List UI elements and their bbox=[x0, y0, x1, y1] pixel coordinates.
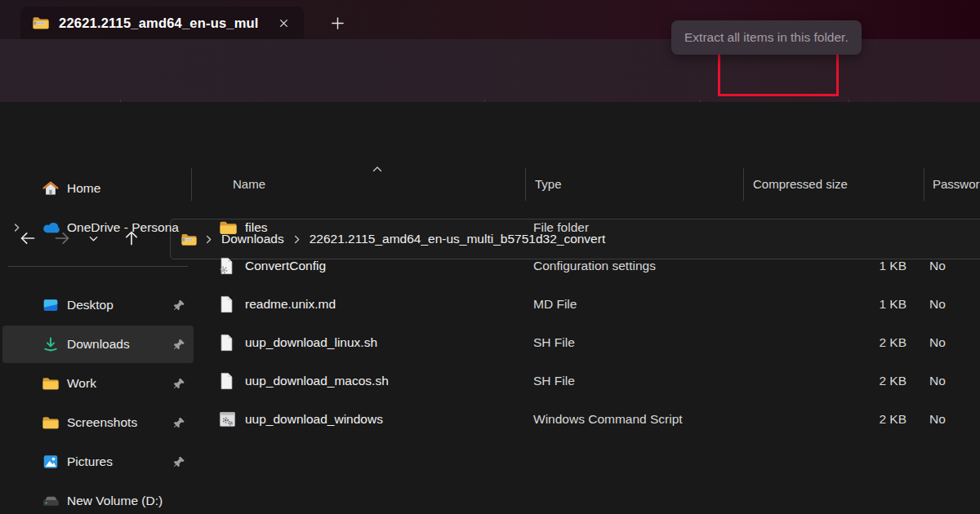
file-type: SH File bbox=[533, 374, 575, 388]
file-name: files bbox=[245, 220, 268, 235]
tooltip-text: Extract all items in this folder. bbox=[684, 30, 849, 45]
sidebar: Home OneDrive - Persona Desktop bbox=[0, 159, 196, 514]
navigation-bar: Downloads 22621.2115_amd64_en-us_multi_b… bbox=[0, 102, 980, 159]
downloads-icon bbox=[42, 335, 60, 353]
file-type: SH File bbox=[533, 335, 575, 350]
column-divider bbox=[191, 168, 192, 201]
sidebar-item-label: OneDrive - Persona bbox=[67, 220, 179, 235]
file-name: readme.unix.md bbox=[245, 297, 336, 312]
sidebar-item-label: Desktop bbox=[67, 298, 114, 312]
file-compressed-size: 1 KB bbox=[768, 259, 906, 273]
column-divider[interactable] bbox=[525, 168, 526, 201]
file-password-protected: No bbox=[929, 412, 946, 427]
file-name: uup_download_linux.sh bbox=[245, 335, 377, 350]
plus-icon bbox=[330, 16, 345, 31]
file-icon bbox=[219, 372, 234, 390]
sidebar-item-label: Work bbox=[67, 376, 96, 391]
sidebar-item-label: Screenshots bbox=[67, 415, 137, 430]
onedrive-icon bbox=[42, 221, 61, 234]
sidebar-item-label: Downloads bbox=[67, 337, 130, 352]
sidebar-item-label: Home bbox=[67, 181, 100, 196]
file-row-convertconfig[interactable]: ConvertConfig Configuration settings 1 K… bbox=[196, 246, 980, 285]
file-list-header: Name Type Compressed size Password prote… bbox=[196, 166, 980, 203]
cmd-file-icon bbox=[219, 411, 236, 428]
column-divider[interactable] bbox=[743, 168, 744, 201]
file-row-windows-cmd[interactable]: uup_download_windows Windows Command Scr… bbox=[196, 400, 980, 438]
file-password-protected: No bbox=[929, 374, 946, 388]
sidebar-item-work[interactable]: Work bbox=[0, 364, 196, 403]
sidebar-item-downloads[interactable]: Downloads bbox=[0, 325, 196, 364]
sidebar-item-new-volume-d[interactable]: New Volume (D:) bbox=[0, 481, 196, 514]
column-header-password-protected[interactable]: Password protected bbox=[933, 177, 980, 191]
file-icon bbox=[219, 295, 234, 313]
zip-folder-icon bbox=[32, 16, 50, 30]
config-file-icon bbox=[219, 257, 234, 275]
pin-icon bbox=[173, 456, 185, 468]
file-row-macos-sh[interactable]: uup_download_macos.sh SH File 2 KB No bbox=[196, 361, 980, 400]
tab-close-button[interactable] bbox=[273, 12, 294, 33]
pin-icon bbox=[173, 378, 185, 390]
file-compressed-size: 2 KB bbox=[768, 335, 906, 350]
sidebar-item-label: New Volume (D:) bbox=[67, 494, 163, 508]
file-type: Windows Command Script bbox=[533, 412, 683, 427]
sidebar-item-onedrive[interactable]: OneDrive - Persona bbox=[0, 208, 196, 247]
folder-icon bbox=[42, 376, 60, 391]
new-tab-button[interactable] bbox=[327, 12, 348, 33]
pin-icon bbox=[173, 417, 185, 429]
column-header-compressed-size[interactable]: Compressed size bbox=[753, 177, 848, 191]
close-icon bbox=[277, 16, 291, 30]
pin-icon bbox=[173, 299, 185, 312]
column-header-type[interactable]: Type bbox=[535, 177, 562, 191]
sidebar-item-home[interactable]: Home bbox=[0, 169, 196, 208]
chevron-right-icon[interactable] bbox=[11, 223, 22, 233]
file-password-protected: No bbox=[929, 259, 946, 273]
column-divider[interactable] bbox=[924, 168, 924, 201]
file-type: Configuration settings bbox=[533, 259, 656, 273]
file-compressed-size: 1 KB bbox=[768, 297, 906, 312]
file-type: File folder bbox=[533, 220, 589, 235]
sort-ascending-icon bbox=[372, 166, 383, 173]
file-name: uup_download_macos.sh bbox=[245, 374, 389, 388]
tab-title: 22621.2115_amd64_en-us_mul bbox=[59, 16, 268, 31]
file-row-readme[interactable]: readme.unix.md MD File 1 KB No bbox=[196, 285, 980, 323]
file-icon bbox=[219, 334, 234, 352]
sidebar-item-desktop[interactable]: Desktop bbox=[0, 286, 196, 325]
sidebar-divider bbox=[8, 266, 188, 267]
file-type: MD File bbox=[533, 297, 577, 312]
tooltip: Extract all items in this folder. bbox=[671, 20, 862, 55]
sidebar-item-pictures[interactable]: Pictures bbox=[0, 442, 196, 481]
folder-icon bbox=[219, 219, 238, 235]
file-row-files[interactable]: files File folder bbox=[196, 208, 980, 246]
pin-icon bbox=[173, 339, 185, 351]
folder-icon bbox=[42, 415, 60, 430]
file-name: ConvertConfig bbox=[245, 259, 326, 273]
file-name: uup_download_windows bbox=[245, 412, 383, 427]
explorer-tab[interactable]: 22621.2115_amd64_en-us_mul bbox=[20, 7, 304, 39]
file-password-protected: No bbox=[929, 335, 946, 350]
file-password-protected: No bbox=[929, 297, 946, 312]
drive-icon bbox=[42, 494, 60, 508]
file-row-linux-sh[interactable]: uup_download_linux.sh SH File 2 KB No bbox=[196, 323, 980, 361]
column-header-name[interactable]: Name bbox=[233, 177, 265, 191]
file-compressed-size: 2 KB bbox=[768, 412, 906, 427]
sidebar-item-screenshots[interactable]: Screenshots bbox=[0, 403, 196, 442]
home-icon bbox=[42, 179, 60, 197]
file-compressed-size: 2 KB bbox=[768, 374, 906, 388]
desktop-icon bbox=[42, 296, 60, 314]
pictures-icon bbox=[42, 453, 60, 471]
sidebar-item-label: Pictures bbox=[67, 454, 113, 469]
